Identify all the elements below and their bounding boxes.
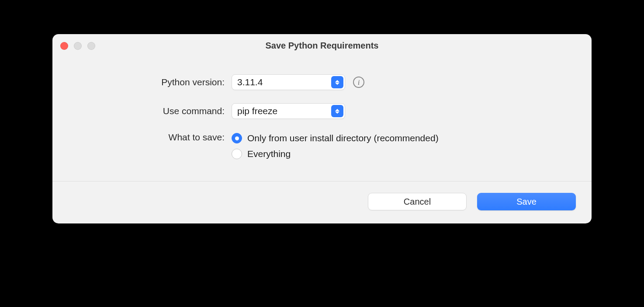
dialog-footer: Cancel Save bbox=[52, 181, 592, 223]
close-window-button[interactable] bbox=[60, 42, 68, 50]
window-controls bbox=[60, 42, 95, 50]
use-command-controls: pip freeze bbox=[232, 103, 345, 119]
python-version-label: Python version: bbox=[70, 77, 232, 87]
radio-option-user-install[interactable]: Only from user install directory (recomm… bbox=[232, 133, 439, 143]
radio-unselected-icon bbox=[232, 149, 242, 159]
minimize-window-button[interactable] bbox=[74, 42, 82, 50]
titlebar: Save Python Requirements bbox=[52, 34, 592, 57]
save-python-requirements-dialog: Save Python Requirements Python version:… bbox=[52, 34, 592, 223]
what-to-save-row: What to save: Only from user install dir… bbox=[70, 132, 574, 159]
select-chevron-icon bbox=[331, 76, 343, 88]
radio-label: Everything bbox=[247, 149, 291, 159]
use-command-label: Use command: bbox=[70, 106, 232, 116]
dialog-title: Save Python Requirements bbox=[52, 41, 592, 51]
use-command-value: pip freeze bbox=[237, 106, 277, 116]
python-version-value: 3.11.4 bbox=[237, 77, 263, 87]
radio-option-everything[interactable]: Everything bbox=[232, 149, 439, 159]
what-to-save-label: What to save: bbox=[70, 132, 232, 143]
dialog-content: Python version: 3.11.4 i Use command: p bbox=[52, 57, 592, 181]
use-command-select[interactable]: pip freeze bbox=[232, 103, 345, 119]
radio-selected-icon bbox=[232, 133, 242, 143]
python-version-row: Python version: 3.11.4 i bbox=[70, 74, 574, 90]
save-button[interactable]: Save bbox=[477, 193, 576, 210]
select-chevron-icon bbox=[331, 105, 343, 117]
radio-label: Only from user install directory (recomm… bbox=[247, 133, 439, 143]
info-icon[interactable]: i bbox=[353, 77, 364, 88]
python-version-select[interactable]: 3.11.4 bbox=[232, 74, 345, 90]
cancel-button[interactable]: Cancel bbox=[368, 193, 467, 210]
maximize-window-button[interactable] bbox=[87, 42, 95, 50]
what-to-save-radio-group: Only from user install directory (recomm… bbox=[232, 132, 439, 159]
use-command-row: Use command: pip freeze bbox=[70, 103, 574, 119]
python-version-controls: 3.11.4 i bbox=[232, 74, 364, 90]
